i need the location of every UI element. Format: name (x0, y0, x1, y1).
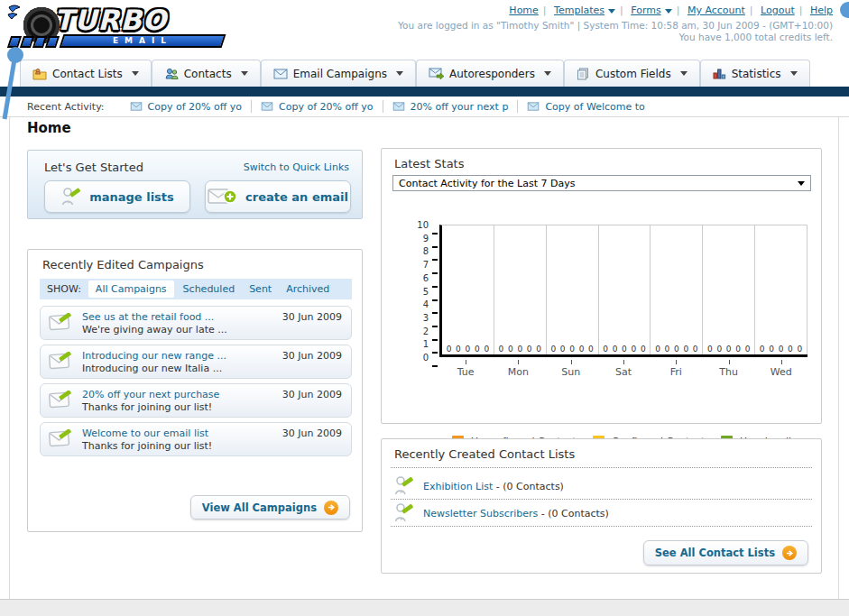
bar-value-label: 0 (579, 345, 585, 354)
people-icon (164, 68, 179, 80)
recently-edited-campaigns-panel: Recently Edited Campaigns SHOW: All Camp… (27, 249, 363, 532)
campaign-date: 30 Jun 2009 (282, 389, 342, 400)
y-tick-label: 1 (423, 339, 429, 349)
top-link-templates[interactable]: Templates (554, 5, 615, 16)
envelope-plus-icon (208, 186, 238, 207)
contact-list-item: Newsletter Subscribers - (0 Contacts) (394, 501, 609, 526)
contact-list-item: Exhibition List - (0 Contacts) (394, 473, 564, 499)
bar-value-label: 0 (788, 345, 793, 354)
y-tick-label: 6 (423, 273, 429, 283)
y-tick-label: 9 (423, 234, 429, 244)
bar-value-label: 0 (603, 345, 608, 354)
top-link-my-account[interactable]: My Account (688, 5, 745, 16)
stats-panel-title: Latest Stats (394, 157, 465, 170)
login-status-text: You are logged in as "Timothy Smith" | S… (398, 20, 833, 31)
arrow-right-icon (324, 501, 338, 515)
campaign-title-link[interactable]: Welcome to our email list (82, 428, 208, 439)
bar-value-label: 0 (641, 345, 646, 354)
bar-value-label: 0 (745, 345, 751, 354)
recent-activity-link[interactable]: Copy of 20% off yo (148, 101, 243, 113)
x-tick-label: Tue (439, 360, 492, 378)
tab-contacts[interactable]: Contacts (152, 60, 261, 87)
y-tick-label: 5 (423, 287, 429, 297)
tab-contact-lists[interactable]: Contact Lists (20, 60, 152, 87)
envelope-icon (392, 102, 405, 111)
create-an-email-button[interactable]: create an email (205, 180, 351, 213)
bar-value-label: 0 (613, 345, 618, 354)
top-nav-links: Home| Templates| Forms| My Account| Logo… (509, 5, 833, 16)
contact-count: (0 Contacts) (548, 508, 609, 519)
chart-plot-area: 00000000000000000000000000000000000 (439, 225, 807, 357)
view-all-campaigns-button[interactable]: View All Campaigns (190, 495, 350, 519)
x-tick-label: Thu (702, 360, 754, 378)
tab-email-campaigns[interactable]: Email Campaigns (261, 60, 416, 87)
manage-lists-button[interactable]: manage lists (44, 180, 190, 213)
campaign-card[interactable]: 20% off your next purchaseThanks for joi… (40, 383, 352, 418)
campaign-date: 30 Jun 2009 (282, 311, 342, 323)
tab-custom-fields[interactable]: Custom Fields (564, 60, 700, 87)
tab-statistics[interactable]: Statistics (700, 60, 810, 87)
campaign-title-link[interactable]: See us at the retail food ... (82, 311, 214, 323)
bar-value-label: 0 (517, 345, 522, 354)
logo-title: TURBO (54, 4, 167, 36)
recent-activity-label: Recent Activity: (27, 101, 105, 113)
top-link-help[interactable]: Help (810, 5, 833, 16)
filter-archived[interactable]: Archived (286, 283, 329, 295)
envelope-icon (130, 102, 143, 111)
y-tick-label: 0 (423, 353, 429, 363)
y-tick-label: 3 (423, 313, 429, 323)
campaign-card[interactable]: Welcome to our email listThanks for join… (40, 422, 352, 456)
logo-subtitle: EMAIL (63, 36, 222, 46)
bar-value-label: 0 (693, 345, 698, 354)
filter-sent[interactable]: Sent (249, 283, 272, 295)
dotted-divider (391, 467, 812, 468)
contact-list-link[interactable]: Newsletter Subscribers (423, 508, 538, 519)
bar-value-label: 0 (622, 345, 627, 354)
caret-down-icon (790, 71, 798, 76)
x-tick-label: Wed (755, 360, 807, 378)
top-link-forms[interactable]: Forms (631, 5, 671, 16)
campaign-title-link[interactable]: Introducing our new range ... (82, 350, 226, 362)
credits-text: You have 1,000 total credits left. (679, 32, 833, 42)
envelope-pencil-icon (49, 391, 74, 410)
campaign-title-link[interactable]: 20% off your next purchase (82, 389, 219, 400)
folder-contacts-icon (32, 68, 47, 80)
envelope-icon (527, 102, 540, 111)
show-label: SHOW: (47, 283, 81, 295)
contact-activity-chart: 012345678910 000000000000000000000000000… (392, 203, 811, 419)
y-tick-label: 4 (423, 299, 429, 309)
chart-x-axis: TueMonSunSatFriThuWed (439, 360, 807, 378)
top-link-logout[interactable]: Logout (761, 5, 795, 16)
see-all-contact-lists-button[interactable]: See All Contact Lists (643, 540, 808, 565)
app-window: TURBO EMAIL Home| Templates| Forms| My A… (0, 0, 849, 616)
campaign-card[interactable]: See us at the retail food ...We're givin… (40, 306, 352, 340)
caret-down-icon (396, 71, 403, 76)
caret-down-icon (608, 9, 615, 14)
bar-value-label: 0 (536, 345, 541, 354)
campaign-subtitle: Introducing our new Italia ... (82, 363, 222, 374)
caret-down-icon (241, 71, 248, 76)
chart-day-group: 00000 (494, 225, 547, 354)
filter-scheduled[interactable]: Scheduled (183, 283, 235, 295)
chart-day-group: 00000 (703, 225, 755, 354)
bar-value-label: 0 (726, 345, 732, 354)
bar-value-label: 0 (798, 345, 803, 354)
header: TURBO EMAIL Home| Templates| Forms| My A… (0, 0, 849, 56)
recent-activity-link[interactable]: Copy of Welcome to (545, 101, 644, 113)
switch-to-quick-links[interactable]: Switch to Quick Links (244, 161, 349, 173)
tab-autoresponders[interactable]: Autoresponders (416, 60, 564, 87)
stats-report-select[interactable]: Contact Activity for the Last 7 Days (392, 175, 811, 191)
dotted-divider (391, 526, 812, 527)
contact-list-link[interactable]: Exhibition List (423, 481, 493, 492)
bar-value-label: 0 (632, 345, 637, 354)
latest-stats-panel: Latest Stats Contact Activity for the La… (381, 148, 822, 424)
bar-value-label: 0 (508, 345, 513, 354)
recent-activity-link[interactable]: 20% off your next p (411, 101, 509, 113)
filter-all-campaigns[interactable]: All Campaigns (88, 280, 174, 298)
top-link-home[interactable]: Home (509, 5, 538, 16)
campaign-card[interactable]: Introducing our new range ...Introducing… (40, 345, 352, 379)
bar-value-label: 0 (779, 345, 784, 354)
x-tick-label: Fri (650, 360, 702, 378)
recent-activity-link[interactable]: Copy of 20% off yo (279, 101, 374, 113)
recently-created-contact-lists-panel: Recently Created Contact Lists Exhibitio… (381, 438, 822, 574)
